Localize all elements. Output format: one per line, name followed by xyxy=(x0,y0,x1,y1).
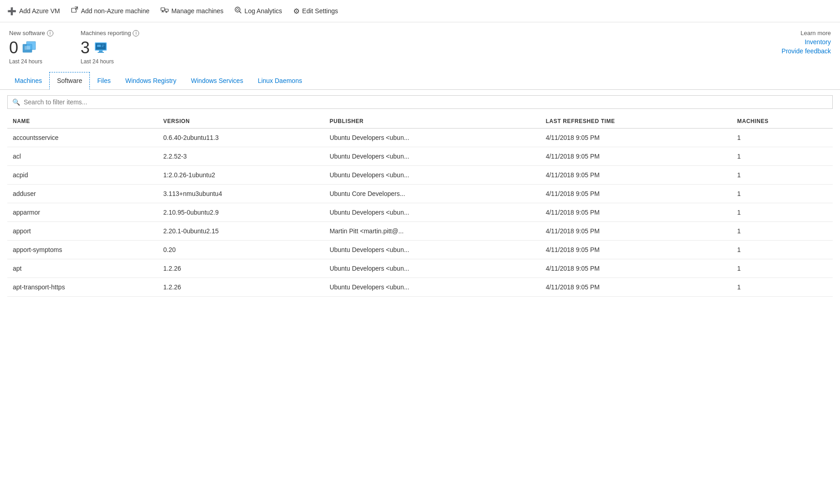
table-row[interactable]: adduser3.113+nmu3ubuntu4Ubuntu Core Deve… xyxy=(7,185,833,203)
add-azure-vm-label: Add Azure VM xyxy=(19,7,60,15)
svg-rect-19 xyxy=(98,52,104,53)
cell-last_refreshed: 4/11/2018 9:05 PM xyxy=(540,259,732,278)
table-row[interactable]: apt1.2.26Ubuntu Developers <ubun...4/11/… xyxy=(7,259,833,278)
log-analytics-button[interactable]: Log Analytics xyxy=(234,5,282,17)
cell-last_refreshed: 4/11/2018 9:05 PM xyxy=(540,222,732,241)
tab-machines[interactable]: Machines xyxy=(7,72,49,89)
cell-publisher: Ubuntu Developers <ubun... xyxy=(324,147,540,166)
machines-reporting-value: 3 xyxy=(81,38,90,57)
tab-windows-services[interactable]: Windows Services xyxy=(184,72,250,89)
table-row[interactable]: acpid1:2.0.26-1ubuntu2Ubuntu Developers … xyxy=(7,166,833,185)
cell-version: 2.20.1-0ubuntu2.15 xyxy=(158,222,324,241)
new-software-info-icon[interactable]: i xyxy=(47,30,53,36)
tab-software[interactable]: Software xyxy=(49,72,90,90)
cell-machines: 1 xyxy=(732,222,833,241)
machines-reporting-info-icon[interactable]: i xyxy=(133,30,139,36)
cell-last_refreshed: 4/11/2018 9:05 PM xyxy=(540,203,732,222)
cell-version: 1.2.26 xyxy=(158,278,324,297)
new-software-label: New software xyxy=(9,30,45,36)
table-row[interactable]: apport-symptoms0.20Ubuntu Developers <ub… xyxy=(7,241,833,259)
tab-files[interactable]: Files xyxy=(90,72,118,89)
add-azure-vm-button[interactable]: ➕ Add Azure VM xyxy=(7,5,60,17)
svg-rect-2 xyxy=(161,8,165,10)
search-icon: 🔍 xyxy=(12,98,20,106)
cell-machines: 1 xyxy=(732,259,833,278)
cell-machines: 1 xyxy=(732,278,833,297)
svg-rect-21 xyxy=(97,45,101,47)
col-last-refreshed: LAST REFRESHED TIME xyxy=(540,114,732,129)
svg-point-8 xyxy=(235,7,240,12)
cell-publisher: Ubuntu Developers <ubun... xyxy=(324,259,540,278)
search-input[interactable] xyxy=(24,98,828,106)
cell-name: adduser xyxy=(7,185,158,203)
add-non-azure-button[interactable]: Add non-Azure machine xyxy=(71,5,150,17)
cell-publisher: Ubuntu Developers <ubun... xyxy=(324,278,540,297)
col-publisher: PUBLISHER xyxy=(324,114,540,129)
table-row[interactable]: apt-transport-https1.2.26Ubuntu Develope… xyxy=(7,278,833,297)
cell-last_refreshed: 4/11/2018 9:05 PM xyxy=(540,185,732,203)
cell-machines: 1 xyxy=(732,203,833,222)
cell-name: apport xyxy=(7,222,158,241)
table-header-row: NAME VERSION PUBLISHER LAST REFRESHED TI… xyxy=(7,114,833,129)
svg-line-9 xyxy=(239,11,241,13)
search-bar: 🔍 xyxy=(7,95,833,109)
svg-rect-15 xyxy=(25,46,30,50)
machine-monitor-icon xyxy=(93,41,108,55)
svg-rect-0 xyxy=(72,8,76,12)
machines-reporting-label: Machines reporting xyxy=(81,30,131,36)
table-row[interactable]: accountsservice0.6.40-2ubuntu11.3Ubuntu … xyxy=(7,129,833,147)
cell-version: 2.10.95-0ubuntu2.9 xyxy=(158,203,324,222)
toolbar: ➕ Add Azure VM Add non-Azure machine Man… xyxy=(0,0,840,22)
inventory-link[interactable]: Inventory xyxy=(804,38,831,46)
cell-publisher: Ubuntu Developers <ubun... xyxy=(324,166,540,185)
cell-version: 1:2.0.26-1ubuntu2 xyxy=(158,166,324,185)
manage-machines-button[interactable]: Manage machines xyxy=(161,5,223,17)
software-table: NAME VERSION PUBLISHER LAST REFRESHED TI… xyxy=(7,114,833,297)
cell-name: apparmor xyxy=(7,203,158,222)
cell-publisher: Ubuntu Core Developers... xyxy=(324,185,540,203)
table-row[interactable]: acl2.2.52-3Ubuntu Developers <ubun...4/1… xyxy=(7,147,833,166)
svg-rect-22 xyxy=(102,45,104,46)
cell-version: 0.20 xyxy=(158,241,324,259)
cell-last_refreshed: 4/11/2018 9:05 PM xyxy=(540,278,732,297)
edit-settings-button[interactable]: ⚙ Edit Settings xyxy=(293,5,338,17)
tab-linux-daemons[interactable]: Linux Daemons xyxy=(250,72,309,89)
settings-icon: ⚙ xyxy=(293,7,300,15)
external-link-icon xyxy=(71,6,78,15)
cell-name: accountsservice xyxy=(7,129,158,147)
cell-last_refreshed: 4/11/2018 9:05 PM xyxy=(540,241,732,259)
tab-windows-registry[interactable]: Windows Registry xyxy=(118,72,184,89)
cell-publisher: Ubuntu Developers <ubun... xyxy=(324,129,540,147)
table-row[interactable]: apport2.20.1-0ubuntu2.15Martin Pitt <mar… xyxy=(7,222,833,241)
tabs-container: Machines Software Files Windows Registry… xyxy=(0,72,840,90)
cell-publisher: Martin Pitt <martin.pitt@... xyxy=(324,222,540,241)
cell-machines: 1 xyxy=(732,147,833,166)
cell-publisher: Ubuntu Developers <ubun... xyxy=(324,203,540,222)
log-analytics-label: Log Analytics xyxy=(244,7,282,15)
cell-name: acl xyxy=(7,147,158,166)
learn-more-label: Learn more xyxy=(801,30,831,36)
add-non-azure-label: Add non-Azure machine xyxy=(81,7,150,15)
manage-icon xyxy=(161,7,169,15)
cell-machines: 1 xyxy=(732,241,833,259)
edit-settings-label: Edit Settings xyxy=(302,7,338,15)
table-row[interactable]: apparmor2.10.95-0ubuntu2.9Ubuntu Develop… xyxy=(7,203,833,222)
cell-last_refreshed: 4/11/2018 9:05 PM xyxy=(540,129,732,147)
cell-machines: 1 xyxy=(732,185,833,203)
cell-name: apt-transport-https xyxy=(7,278,158,297)
provide-feedback-link[interactable]: Provide feedback xyxy=(782,47,831,55)
svg-point-10 xyxy=(237,9,239,11)
svg-rect-5 xyxy=(165,9,168,11)
cell-version: 1.2.26 xyxy=(158,259,324,278)
col-version: VERSION xyxy=(158,114,324,129)
cell-version: 0.6.40-2ubuntu11.3 xyxy=(158,129,324,147)
cell-version: 2.2.52-3 xyxy=(158,147,324,166)
cell-machines: 1 xyxy=(732,129,833,147)
stats-section: New software i 0 Last 24 hours Machines … xyxy=(0,22,840,72)
new-software-subtext: Last 24 hours xyxy=(9,58,53,65)
cell-last_refreshed: 4/11/2018 9:05 PM xyxy=(540,147,732,166)
cell-publisher: Ubuntu Developers <ubun... xyxy=(324,241,540,259)
cell-name: apport-symptoms xyxy=(7,241,158,259)
machines-reporting-stat: Machines reporting i 3 Last 24 hours xyxy=(81,30,140,65)
side-links: Learn more Inventory Provide feedback xyxy=(782,30,831,55)
